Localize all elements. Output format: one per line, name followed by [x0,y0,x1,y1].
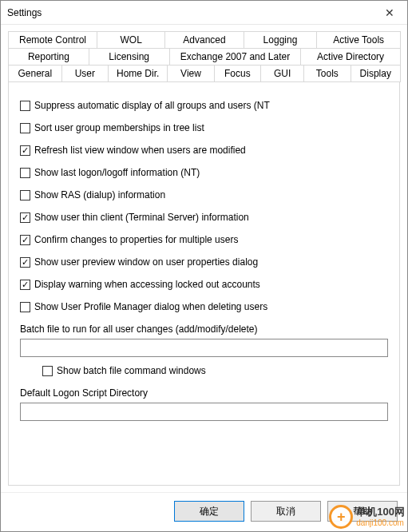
checkbox-thin-client[interactable]: ✓ [20,212,30,223]
option-preview-window: ✓ Show user preview window on user prope… [20,256,388,268]
tab-row-3: General User Home Dir. View Focus GUI To… [8,65,400,82]
option-label: Refresh list view window when users are … [34,145,246,156]
option-label: Suppress automatic display of all groups… [34,100,270,111]
checkbox-profile-manager[interactable] [20,302,30,312]
option-label: Display warning when accessing locked ou… [34,279,260,290]
option-thin-client: ✓ Show user thin client (Terminal Server… [20,212,388,223]
tab-display[interactable]: Display [351,65,401,82]
option-label: Sort user group memberships in tree list [34,122,204,133]
checkbox-show-batch-cmd[interactable] [42,366,53,376]
close-icon: ✕ [385,6,394,19]
dialog-button-bar: 确定 取消 帮助 [1,492,407,531]
option-label: Show batch file command windows [57,365,206,376]
option-locked-warning: ✓ Display warning when accessing locked … [20,279,388,290]
tab-strip: Remote Control WOL Advanced Logging Acti… [1,25,407,82]
option-label: Show User Profile Manager dialog when de… [34,301,267,312]
tab-home-dir[interactable]: Home Dir. [108,65,168,82]
tab-user[interactable]: User [61,65,109,82]
checkbox-sort-groups[interactable] [20,123,30,133]
checkbox-preview-window[interactable]: ✓ [20,257,30,268]
ok-button[interactable]: 确定 [174,501,244,522]
tab-exchange[interactable]: Exchange 2007 and Later [169,48,302,65]
cancel-button[interactable]: 取消 [251,501,321,522]
tab-advanced[interactable]: Advanced [164,31,244,48]
checkbox-last-logon[interactable] [20,168,30,178]
batch-file-input[interactable] [20,339,388,357]
tab-remote-control[interactable]: Remote Control [8,31,97,48]
option-last-logon: Show last logon/logoff information (NT) [20,167,388,178]
option-label: Show user preview window on user propert… [34,256,258,268]
option-refresh-list: ✓ Refresh list view window when users ar… [20,145,388,156]
option-confirm-changes: ✓ Confirm changes to properties for mult… [20,234,388,245]
option-profile-manager: Show User Profile Manager dialog when de… [20,301,388,312]
tab-row-2: Reporting Licensing Exchange 2007 and La… [8,48,400,65]
tab-row-1: Remote Control WOL Advanced Logging Acti… [8,31,400,48]
tab-active-directory[interactable]: Active Directory [300,48,401,65]
checkbox-refresh-list[interactable]: ✓ [20,145,30,156]
option-ras: Show RAS (dialup) information [20,189,388,200]
option-show-batch-cmd: Show batch file command windows [42,365,388,376]
tab-active-tools[interactable]: Active Tools [316,31,401,48]
tab-general[interactable]: General [8,65,62,82]
option-label: Show user thin client (Terminal Server) … [34,212,249,223]
tab-wol[interactable]: WOL [97,31,165,48]
option-suppress-display: Suppress automatic display of all groups… [20,100,388,111]
batch-file-label: Batch file to run for all user changes (… [20,324,388,335]
logon-script-input[interactable] [20,403,388,421]
checkbox-locked-warning[interactable]: ✓ [20,280,30,290]
option-sort-groups: Sort user group memberships in tree list [20,122,388,133]
tab-licensing[interactable]: Licensing [89,48,170,65]
help-button[interactable]: 帮助 [327,501,398,522]
tab-reporting[interactable]: Reporting [8,48,89,65]
tab-tools[interactable]: Tools [303,65,351,82]
logon-script-label: Default Logon Script Directory [20,387,388,399]
option-label: Show RAS (dialup) information [34,189,165,200]
option-label: Confirm changes to properties for multip… [34,234,238,245]
titlebar: Settings ✕ [1,1,407,25]
checkbox-ras[interactable] [20,190,30,200]
tab-logging[interactable]: Logging [244,31,318,48]
checkbox-confirm-changes[interactable]: ✓ [20,235,30,245]
tab-gui[interactable]: GUI [260,65,304,82]
close-button[interactable]: ✕ [372,1,407,25]
window-title: Settings [7,7,372,18]
tab-view[interactable]: View [167,65,214,82]
settings-window: Settings ✕ Remote Control WOL Advanced L… [0,0,408,532]
checkbox-suppress-display[interactable] [20,101,30,111]
option-label: Show last logon/logoff information (NT) [34,167,200,178]
tab-panel: Suppress automatic display of all groups… [8,82,400,486]
tab-focus[interactable]: Focus [214,65,261,82]
user-tab-content: Suppress automatic display of all groups… [9,82,399,437]
